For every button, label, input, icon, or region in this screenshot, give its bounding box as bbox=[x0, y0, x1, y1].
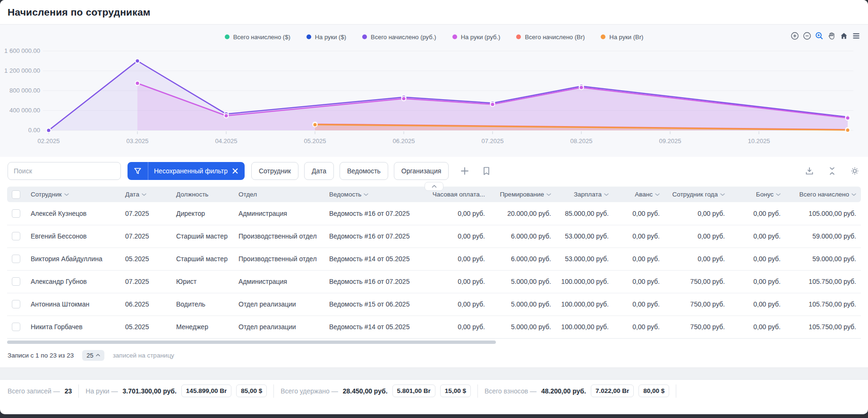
filter-button-1[interactable]: Дата bbox=[304, 162, 334, 180]
select-all-checkbox[interactable] bbox=[12, 190, 20, 199]
column-header-9[interactable]: Сотрудник года bbox=[664, 187, 730, 202]
summary-label: На руки — bbox=[85, 387, 118, 395]
row-checkbox[interactable] bbox=[12, 323, 20, 331]
svg-text:400 000.00: 400 000.00 bbox=[9, 107, 40, 114]
row-checkbox[interactable] bbox=[12, 300, 20, 308]
zoom-in-icon[interactable] bbox=[790, 31, 799, 40]
legend-item-3[interactable]: На руки (руб.) bbox=[452, 34, 501, 41]
data-point[interactable] bbox=[846, 116, 850, 120]
legend-item-2[interactable]: Всего начислено (руб.) bbox=[362, 34, 436, 41]
row-checkbox[interactable] bbox=[12, 277, 20, 286]
cell-Сотрудник: Виктория Абайдуллина bbox=[26, 247, 120, 270]
download-icon[interactable] bbox=[804, 165, 815, 177]
search-input[interactable] bbox=[8, 162, 121, 180]
column-header-6[interactable]: Премирование bbox=[490, 187, 556, 202]
add-filter-icon[interactable] bbox=[459, 165, 470, 177]
cell-Всего-начислено: 105.000,00 руб. bbox=[785, 202, 861, 225]
close-icon[interactable] bbox=[232, 168, 238, 174]
data-point[interactable] bbox=[402, 96, 406, 101]
chart-canvas[interactable]: 0.00400 000.00800 000.001 200 000.001 60… bbox=[0, 43, 868, 157]
column-header-8[interactable]: Аванс bbox=[613, 187, 664, 202]
row-checkbox[interactable] bbox=[12, 209, 20, 218]
legend-item-0[interactable]: Всего начислено ($) bbox=[225, 34, 290, 41]
legend-label: Всего начислено ($) bbox=[233, 34, 290, 41]
data-point[interactable] bbox=[224, 114, 229, 118]
collapse-rows-icon[interactable] bbox=[826, 165, 838, 177]
table-row[interactable]: Никита Горбачев05.2025МенеджерОтдел реал… bbox=[7, 316, 861, 338]
column-header-7[interactable]: Зарплата bbox=[556, 187, 613, 202]
legend-item-1[interactable]: На руки ($) bbox=[306, 34, 346, 41]
cell-Бонус: 0,00 руб. bbox=[730, 270, 785, 293]
column-header-11[interactable]: Всего начислено bbox=[785, 187, 861, 202]
chart-legend: Всего начислено ($)На руки ($)Всего начи… bbox=[0, 31, 868, 43]
table-row[interactable]: Александр Губнов07.2025ЮристАдминистраци… bbox=[7, 270, 861, 293]
summary-group-3: Всего взносов —48.200,00 руб.7.022,00 Br… bbox=[485, 384, 669, 397]
sort-chevron-icon bbox=[655, 193, 660, 196]
table-row[interactable]: Евгений Бессонов07.2025Старший мастерПро… bbox=[7, 225, 861, 247]
cell-Дата: 05.2025 bbox=[120, 316, 171, 338]
cell-Премирование: 20.000,00 руб. bbox=[490, 202, 556, 225]
legend-dot-icon bbox=[452, 34, 457, 39]
sort-chevron-icon bbox=[776, 193, 781, 196]
row-checkbox[interactable] bbox=[12, 255, 20, 263]
data-point[interactable] bbox=[579, 85, 584, 90]
summary-group-0: Всего записей —23 bbox=[8, 387, 72, 395]
row-checkbox[interactable] bbox=[12, 232, 20, 240]
legend-item-4[interactable]: Всего начислено (Br) bbox=[516, 34, 585, 41]
column-header-10[interactable]: Бонус bbox=[730, 187, 785, 202]
summary-value: 28.450,00 руб. bbox=[343, 387, 388, 395]
cell-Аванс: 0,00 руб. bbox=[613, 316, 664, 338]
page-size-select[interactable]: 25 bbox=[82, 350, 104, 361]
filter-button-0[interactable]: Сотрудник bbox=[251, 162, 298, 180]
cell-Сотрудник: Евгений Бессонов bbox=[26, 225, 120, 247]
filter-button-2[interactable]: Ведомость bbox=[340, 162, 388, 180]
column-label: Часовая оплата... bbox=[433, 191, 485, 198]
cell-Бонус: 0,00 руб. bbox=[730, 247, 785, 270]
legend-item-5[interactable]: На руки (Br) bbox=[601, 34, 643, 41]
home-icon[interactable] bbox=[839, 31, 848, 40]
table-row[interactable]: Антонина Штокман06.2025ВодительОтдел реа… bbox=[7, 293, 861, 316]
cell-Должность: Старший мастер bbox=[171, 225, 234, 247]
cell-Ведомость: Ведомость #15 от 06.2025 bbox=[324, 293, 427, 316]
data-point[interactable] bbox=[47, 128, 51, 133]
scrollbar-thumb[interactable] bbox=[7, 341, 496, 344]
cell-Ведомость: Ведомость #16 от 07.2025 bbox=[324, 270, 427, 293]
collapse-chart-button[interactable] bbox=[425, 182, 443, 191]
menu-icon[interactable] bbox=[851, 31, 860, 40]
legend-dot-icon bbox=[306, 34, 311, 39]
column-header-1[interactable]: Дата bbox=[120, 187, 171, 202]
cell-Зарплата: 53.000,00 руб. bbox=[556, 247, 613, 270]
column-label: Всего начислено bbox=[800, 191, 850, 198]
data-point[interactable] bbox=[136, 81, 140, 85]
unsaved-filter-label: Несохраненный фильтр bbox=[154, 167, 228, 175]
summary-group-2: Всего удержано —28.450,00 руб.5.801,00 B… bbox=[281, 384, 471, 397]
app-window: Начисления по сотрудникам Всего начислен… bbox=[0, 0, 868, 414]
settings-icon[interactable] bbox=[849, 165, 860, 177]
cell-Всего-начислено: 105.750,00 руб. bbox=[785, 270, 861, 293]
svg-text:03.2025: 03.2025 bbox=[127, 137, 149, 145]
zoom-out-icon[interactable] bbox=[802, 31, 811, 40]
column-header-4[interactable]: Ведомость bbox=[324, 187, 427, 202]
cell-Часовая-оплата-: 0,00 руб. bbox=[427, 293, 490, 316]
filter-button-3[interactable]: Организация bbox=[394, 162, 449, 180]
summary-bar: Всего записей —23На руки —3.701.300,00 р… bbox=[0, 380, 868, 402]
summary-chip: 7.022,00 Br bbox=[591, 384, 634, 397]
cell-Дата: 07.2025 bbox=[120, 202, 171, 225]
cell-Аванс: 0,00 руб. bbox=[613, 247, 664, 270]
pan-icon[interactable] bbox=[827, 31, 836, 40]
cell-Ведомость: Ведомость #14 от 05.2025 bbox=[324, 247, 427, 270]
bookmark-icon[interactable] bbox=[481, 165, 492, 177]
cell-Должность: Водитель bbox=[171, 293, 234, 316]
table-row[interactable]: Алексей Кузнецов07.2025ДиректорАдминистр… bbox=[7, 202, 861, 225]
summary-divider bbox=[78, 384, 79, 398]
data-point[interactable] bbox=[491, 102, 495, 106]
data-point[interactable] bbox=[136, 59, 140, 63]
column-header-0[interactable]: Сотрудник bbox=[26, 187, 120, 202]
box-zoom-icon[interactable] bbox=[815, 31, 824, 40]
cell-Часовая-оплата-: 0,00 руб. bbox=[427, 202, 490, 225]
table-row[interactable]: Виктория Абайдуллина05.2025Старший масте… bbox=[7, 247, 861, 270]
data-point[interactable] bbox=[846, 128, 850, 132]
cell-Бонус: 0,00 руб. bbox=[730, 225, 785, 247]
data-point[interactable] bbox=[313, 122, 317, 127]
unsaved-filter-chip[interactable]: Несохраненный фильтр bbox=[128, 162, 245, 180]
